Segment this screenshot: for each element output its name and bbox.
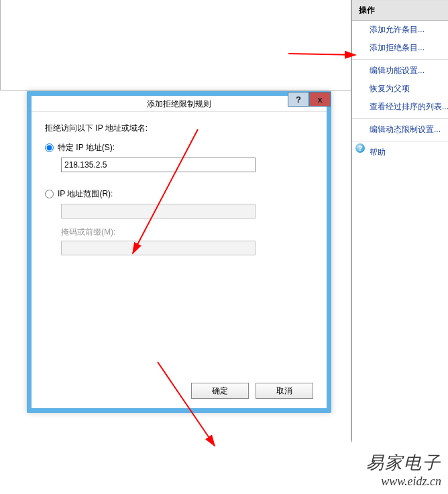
action-label: 查看经过排序的列表... (370, 102, 448, 111)
radio-ip-range-label: IP 地址范围(R): (58, 188, 113, 200)
radio-specific-ip-label: 特定 IP 地址(S): (58, 142, 115, 153)
watermark-cn: 易家电子 (366, 451, 441, 475)
main-pane-top (0, 0, 351, 9)
radio-ip-range-input[interactable] (45, 190, 54, 198)
action-label: 帮助 (370, 147, 386, 157)
help-icon: ? (355, 143, 365, 153)
dialog-button-row: 确定 取消 (191, 383, 313, 399)
cancel-button[interactable]: 取消 (256, 383, 313, 399)
action-add-deny[interactable]: 添加拒绝条目... (352, 39, 448, 57)
action-label: 编辑动态限制设置... (370, 125, 441, 134)
actions-panel: 操作 添加允许条目... 添加拒绝条目... 编辑功能设置... 恢复为父项 查… (351, 0, 448, 442)
action-revert-parent[interactable]: 恢复为父项 (352, 80, 448, 98)
ok-button[interactable]: 确定 (191, 383, 249, 399)
dialog-window-controls: ? x (288, 92, 331, 107)
ip-range-input[interactable] (61, 204, 256, 219)
dialog-close-button[interactable]: x (309, 92, 331, 107)
dialog-body: 拒绝访问以下 IP 地址或域名: 特定 IP 地址(S): IP 地址范围(R)… (32, 112, 327, 408)
action-add-allow[interactable]: 添加允许条目... (352, 21, 448, 39)
action-edit-dynamic[interactable]: 编辑动态限制设置... (352, 118, 448, 139)
action-label: 添加允许条目... (370, 25, 425, 34)
mask-input[interactable] (61, 241, 256, 255)
watermark: 易家电子 www.eidz.cn (366, 451, 441, 489)
action-view-ordered[interactable]: 查看经过排序的列表... (352, 98, 448, 116)
watermark-en: www.eidz.cn (366, 475, 441, 489)
dialog-title: 添加拒绝限制规则 (32, 96, 327, 112)
action-label: 添加拒绝条目... (370, 43, 425, 52)
actions-panel-header: 操作 (352, 0, 448, 21)
action-label: 恢复为父项 (370, 84, 410, 93)
add-deny-rule-dialog: 添加拒绝限制规则 ? x 拒绝访问以下 IP 地址或域名: 特定 IP 地址(S… (27, 91, 331, 413)
mask-label: 掩码或前缀(M): (61, 227, 313, 238)
main-pane-bottom (0, 9, 351, 90)
dialog-help-button[interactable]: ? (288, 92, 309, 107)
action-edit-feature[interactable]: 编辑功能设置... (352, 59, 448, 80)
radio-ip-range[interactable]: IP 地址范围(R): (45, 188, 313, 200)
radio-specific-ip-input[interactable] (45, 143, 54, 152)
radio-specific-ip[interactable]: 特定 IP 地址(S): (45, 142, 313, 153)
action-help[interactable]: ? 帮助 (352, 141, 448, 162)
actions-list: 添加允许条目... 添加拒绝条目... 编辑功能设置... 恢复为父项 查看经过… (352, 21, 448, 162)
action-label: 编辑功能设置... (370, 66, 425, 75)
specific-ip-input[interactable] (61, 158, 256, 172)
dialog-section-title: 拒绝访问以下 IP 地址或域名: (45, 123, 313, 134)
